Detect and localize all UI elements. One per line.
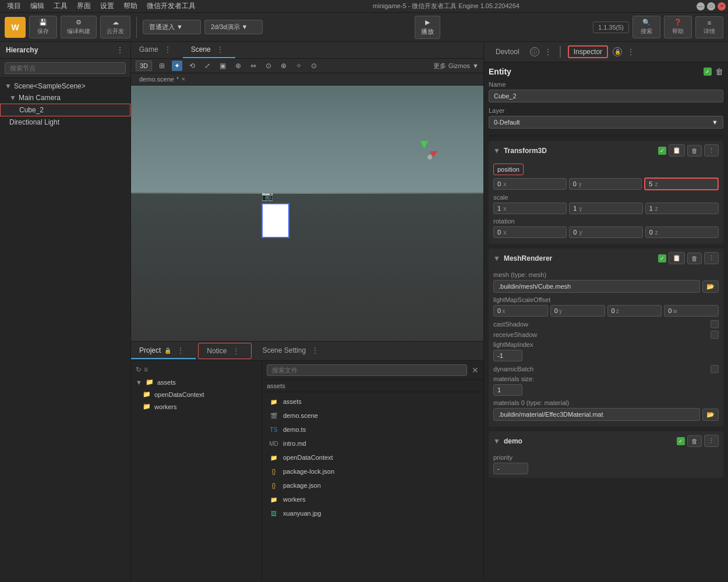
- more-gizmos-button[interactable]: 更多 Gizmos ▼: [433, 62, 479, 70]
- scene-setting-tab-dots[interactable]: ⋮: [308, 346, 322, 354]
- scene-3d-button[interactable]: 3D: [136, 61, 152, 71]
- mesh-renderer-more-icon[interactable]: ⋮: [704, 252, 719, 264]
- scale-z-field[interactable]: 1 z: [645, 203, 719, 214]
- scene-file-tab[interactable]: demo.scene * ✕: [136, 74, 189, 84]
- refresh-icon[interactable]: ↻: [136, 365, 142, 374]
- file-item-package-lock[interactable]: {} package-lock.json: [262, 464, 483, 478]
- mode-dropdown[interactable]: 普通进入 ▼: [143, 20, 201, 34]
- display-dropdown[interactable]: 2d/3d演示 ▼: [204, 20, 263, 34]
- rotation-x-field[interactable]: 0 x: [493, 226, 567, 238]
- scene-tool4[interactable]: ⊙: [309, 61, 319, 71]
- scene-tool3[interactable]: ✧: [294, 61, 304, 71]
- menu-settings[interactable]: 设置: [96, 1, 119, 11]
- entity-name-input[interactable]: [489, 90, 723, 102]
- inspector-lock-icon[interactable]: 🔒: [613, 47, 622, 56]
- entity-active-checkbox[interactable]: ✓: [704, 68, 712, 76]
- file-tree-workers[interactable]: 📁 workers: [131, 400, 261, 413]
- scene-pivot-button[interactable]: ⊕: [233, 61, 243, 71]
- tab-scene[interactable]: Scene ⋮: [183, 42, 235, 58]
- save-button[interactable]: 💾 保存: [29, 16, 57, 38]
- tree-item-directional-light[interactable]: Directional Light: [0, 116, 130, 128]
- position-z-field[interactable]: 5 z: [644, 178, 719, 190]
- demo-active[interactable]: ✓: [677, 437, 685, 445]
- transform3d-header[interactable]: ▼ Transform3D ✓ 📋 🗑 ⋮: [489, 141, 723, 160]
- play-button[interactable]: ▶ 播放: [415, 16, 440, 39]
- file-item-assets-folder[interactable]: 📁 assets: [262, 395, 483, 409]
- hierarchy-search-input[interactable]: [5, 62, 126, 74]
- cube-object[interactable]: [261, 203, 289, 238]
- dynamic-batch-checkbox[interactable]: [711, 365, 719, 373]
- priority-input[interactable]: [493, 463, 528, 474]
- scene-close-icon[interactable]: ✕: [181, 76, 186, 82]
- file-item-demo-scene[interactable]: 🎬 demo.scene: [262, 409, 483, 423]
- scene-translate-button[interactable]: ✦: [172, 61, 182, 71]
- transform3d-copy-icon[interactable]: 📋: [669, 144, 685, 157]
- position-x-field[interactable]: 0 x: [493, 178, 567, 190]
- transform3d-delete-icon[interactable]: 🗑: [687, 145, 702, 157]
- mesh-renderer-delete-icon[interactable]: 🗑: [687, 253, 702, 264]
- entity-delete-icon[interactable]: 🗑: [715, 67, 723, 76]
- materials-0-field[interactable]: .buildin/material/Effec3DMaterial.mat: [493, 408, 700, 421]
- transform3d-active[interactable]: ✓: [658, 147, 666, 155]
- maximize-button[interactable]: □: [707, 2, 715, 10]
- help-button[interactable]: ❓ 帮助: [664, 16, 692, 38]
- scene-rotate-button[interactable]: ⟲: [187, 61, 197, 71]
- file-item-opendata-folder[interactable]: 📁 openDataContext: [262, 450, 483, 464]
- demo-more-icon[interactable]: ⋮: [704, 435, 719, 447]
- rotation-z-field[interactable]: 0 z: [645, 226, 719, 238]
- devtool-info-icon[interactable]: ⓘ: [530, 47, 539, 56]
- detail-button[interactable]: ≡ 详情: [695, 16, 723, 38]
- lightmap-w[interactable]: 0 w: [664, 305, 719, 317]
- lightmap-x[interactable]: 0 x: [493, 305, 548, 317]
- tree-item-cube2[interactable]: Cube_2: [0, 104, 130, 116]
- scene-viewport[interactable]: 📷 ▼ ▶: [131, 86, 483, 341]
- file-search-input[interactable]: [267, 364, 467, 376]
- tree-item-scene[interactable]: ▼ Scene<SampleScene>: [0, 80, 130, 92]
- tree-item-main-camera[interactable]: ▼ Main Camera: [0, 92, 130, 104]
- scale-x-field[interactable]: 1 x: [493, 203, 567, 214]
- scale-y-field[interactable]: 1 y: [569, 203, 642, 214]
- transform3d-more-icon[interactable]: ⋮: [704, 144, 719, 157]
- mesh-renderer-copy-icon[interactable]: 📋: [669, 252, 685, 264]
- project-tab-dots[interactable]: ⋮: [174, 346, 188, 354]
- lightmap-z[interactable]: 0 z: [607, 305, 662, 317]
- file-tree-open-data-context[interactable]: 📁 openDataContext: [131, 388, 261, 400]
- file-item-workers-folder[interactable]: 📁 workers: [262, 492, 483, 506]
- rotation-y-field[interactable]: 0 y: [569, 226, 642, 238]
- file-item-intro-md[interactable]: MD intro.md: [262, 436, 483, 450]
- receive-shadow-checkbox[interactable]: [711, 331, 719, 339]
- game-tab-dots[interactable]: ⋮: [161, 45, 175, 54]
- mesh-value-field[interactable]: .buildin/mesh/Cube.mesh: [493, 280, 700, 293]
- menu-ui[interactable]: 界面: [72, 1, 96, 11]
- materials-size-input[interactable]: [493, 384, 522, 396]
- inspector-dots[interactable]: ⋮: [627, 47, 635, 56]
- menu-edit[interactable]: 编辑: [26, 1, 49, 11]
- entity-layer-dropdown[interactable]: 0-Default ▼: [489, 116, 723, 129]
- mesh-browse-icon[interactable]: 📂: [702, 281, 719, 293]
- tab-game[interactable]: Game ⋮: [131, 42, 183, 58]
- cloud-button[interactable]: ☁ 云开发: [100, 16, 130, 38]
- demo-header[interactable]: ▼ demo ✓ 🗑 ⋮: [489, 431, 723, 450]
- lightmap-y[interactable]: 0 y: [550, 305, 605, 317]
- materials-browse-icon[interactable]: 📂: [702, 409, 719, 421]
- list-icon[interactable]: ≡: [144, 365, 148, 374]
- notice-tab-dots[interactable]: ⋮: [229, 347, 243, 355]
- search-toolbar-button[interactable]: 🔍 搜索: [632, 16, 660, 38]
- tab-notice[interactable]: Notice ⋮: [198, 343, 252, 359]
- inspector-tab-highlight[interactable]: Inspector: [568, 45, 608, 58]
- file-item-demo-ts[interactable]: TS demo.ts: [262, 423, 483, 436]
- scene-rect-button[interactable]: ▣: [217, 61, 228, 71]
- mesh-renderer-active[interactable]: ✓: [658, 254, 666, 262]
- mesh-renderer-header[interactable]: ▼ MeshRenderer ✓ 📋 🗑 ⋮: [489, 249, 723, 268]
- devtool-tab[interactable]: Devtool: [490, 45, 525, 58]
- file-search-clear-icon[interactable]: ✕: [472, 365, 479, 375]
- cast-shadow-checkbox[interactable]: [711, 320, 719, 328]
- file-item-xuanyuan[interactable]: 🖼 xuanyuan.jpg: [262, 506, 483, 520]
- compile-button[interactable]: ⚙ 编译构建: [61, 16, 97, 38]
- scene-tool1[interactable]: ⊙: [263, 61, 274, 71]
- menu-wechat-devtools[interactable]: 微信开发者工具: [142, 1, 200, 11]
- hierarchy-menu-icon[interactable]: ⋮: [116, 45, 125, 55]
- menu-tools[interactable]: 工具: [49, 1, 72, 11]
- scene-grid-button[interactable]: ⊞: [157, 61, 167, 71]
- lightmap-index-input[interactable]: [493, 350, 522, 361]
